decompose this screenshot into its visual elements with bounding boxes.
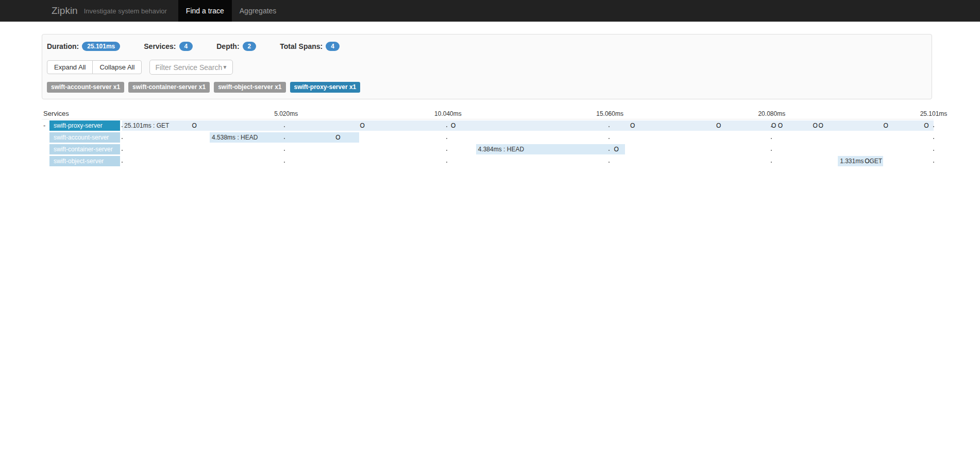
tick-dot	[771, 162, 772, 163]
row-timeline: 4.384ms : HEADO	[122, 144, 934, 154]
annotation-marker: O	[924, 123, 928, 129]
tick-label: 10.040ms	[434, 110, 462, 117]
tick-label: 25.101ms	[920, 110, 948, 117]
annotation-marker: O	[360, 123, 365, 129]
stat-badge: 4	[326, 42, 340, 51]
service-name-label[interactable]: swift-object-server	[49, 156, 120, 166]
filter-service-search-select[interactable]: Filter Service Search ▼	[149, 60, 233, 75]
tick-dot	[609, 138, 610, 139]
tab-aggregates[interactable]: Aggregates	[232, 0, 284, 22]
trace-summary-panel: Duration:25.101msServices:4Depth:2Total …	[42, 34, 932, 99]
span-duration-label: 4.538ms : HEAD	[210, 134, 258, 141]
tick-dot	[933, 162, 934, 163]
annotation-marker: O	[614, 146, 619, 152]
tick-dot	[284, 150, 285, 151]
stat-badge: 4	[179, 42, 193, 51]
annotation-marker: O	[818, 123, 823, 129]
span-duration-label: 25.101ms : GET	[122, 122, 169, 129]
trace-row: swift-object-server1.331msOGET	[42, 155, 934, 167]
navbar: Zipkin Investigate system behavior Find …	[0, 0, 980, 22]
stat-label: Total Spans:	[280, 42, 323, 50]
service-tag[interactable]: swift-container-server x1	[128, 82, 210, 93]
tick-dot	[122, 138, 123, 139]
brand-logo[interactable]: Zipkin	[52, 5, 78, 16]
tick-label: 15.060ms	[596, 110, 623, 117]
tick-dot	[284, 126, 285, 127]
span-method-label: GET	[870, 158, 883, 165]
stat-badge: 2	[243, 42, 257, 51]
collapse-all-button[interactable]: Collapse All	[92, 60, 142, 74]
brand-area: Zipkin Investigate system behavior	[0, 0, 167, 22]
row-timeline: 25.101ms : GETOOOOOOOOOOO	[122, 120, 934, 131]
annotation-marker: O	[883, 123, 888, 129]
service-tag[interactable]: swift-account-server x1	[47, 82, 124, 93]
summary-stats: Duration:25.101msServices:4Depth:2Total …	[47, 42, 926, 51]
caret-down-icon: ▼	[222, 64, 227, 70]
span-bar[interactable]: 4.384ms : HEAD	[476, 144, 626, 154]
service-name-label[interactable]: swift-account-server	[49, 132, 120, 143]
annotation-marker: O	[716, 123, 721, 129]
tick-dot	[609, 126, 610, 127]
tick-dot	[446, 162, 447, 163]
annotation-marker: O	[778, 123, 783, 129]
expand-all-button[interactable]: Expand All	[47, 60, 93, 74]
brand-tagline: Investigate system behavior	[84, 7, 167, 15]
tick-dot	[609, 150, 610, 151]
tick-dot	[933, 138, 934, 139]
trace-controls: Expand All Collapse All Filter Service S…	[47, 60, 926, 75]
summary-stat: Duration:25.101ms	[47, 42, 120, 51]
services-column-header: Services	[42, 110, 122, 118]
tick-dot	[771, 150, 772, 151]
trace-row: swift-account-server4.538ms : HEADO	[42, 131, 934, 143]
annotation-marker: O	[335, 134, 340, 141]
annotation-marker: O	[771, 123, 776, 129]
expand-collapse-group: Expand All Collapse All	[47, 60, 142, 74]
tick-dot	[933, 126, 934, 127]
trace-row: swift-container-server4.384ms : HEADO	[42, 143, 934, 155]
tick-dot	[122, 150, 123, 151]
tick-label: 20.080ms	[758, 110, 785, 117]
row-timeline: 1.331msOGET	[122, 156, 934, 166]
service-name-label[interactable]: swift-container-server	[49, 144, 120, 154]
trace-timeline: Services 5.020ms10.040ms15.060ms20.080ms…	[42, 110, 934, 167]
annotation-marker: O	[630, 123, 635, 129]
tab-find-a-trace[interactable]: Find a trace	[178, 0, 232, 22]
expander-toggle[interactable]: -	[42, 121, 49, 129]
annotation-marker: O	[813, 123, 817, 129]
tick-dot	[609, 162, 610, 163]
tick-label: 5.020ms	[274, 110, 298, 117]
summary-stat: Services:4	[144, 42, 193, 51]
service-name-label[interactable]: swift-proxy-server	[49, 120, 120, 131]
trace-row: -swift-proxy-server25.101ms : GETOOOOOOO…	[42, 119, 934, 131]
tick-dot	[771, 138, 772, 139]
tick-dot	[284, 138, 285, 139]
timeline-header-ticks: 5.020ms10.040ms15.060ms20.080ms25.101ms	[124, 110, 934, 118]
timeline-header: Services 5.020ms10.040ms15.060ms20.080ms…	[42, 110, 934, 119]
stat-badge: 25.101ms	[82, 42, 120, 51]
trace-rows: -swift-proxy-server25.101ms : GETOOOOOOO…	[42, 119, 934, 167]
span-bar[interactable]: 1.331msOGET	[838, 156, 883, 166]
tick-dot	[122, 126, 123, 127]
tick-dot	[122, 162, 123, 163]
tick-dot	[446, 150, 447, 151]
span-duration-label: 4.384ms : HEAD	[476, 146, 524, 153]
span-bar[interactable]: 25.101ms : GET	[122, 120, 934, 131]
stat-label: Duration:	[47, 42, 79, 50]
service-tag[interactable]: swift-proxy-server x1	[290, 82, 361, 93]
tick-dot	[284, 162, 285, 163]
tick-dot	[933, 150, 934, 151]
stat-label: Services:	[144, 42, 176, 50]
annotation-marker: O	[192, 123, 197, 129]
tick-dot	[446, 138, 447, 139]
row-timeline: 4.538ms : HEADO	[122, 132, 934, 143]
summary-stat: Total Spans:4	[280, 42, 340, 51]
stat-label: Depth:	[216, 42, 239, 50]
tick-dot	[446, 126, 447, 127]
annotation-marker: O	[451, 123, 455, 129]
annotation-marker: O	[865, 158, 869, 164]
filter-service-search-placeholder: Filter Service Search	[155, 63, 222, 72]
span-duration-label: 1.331ms	[838, 158, 864, 165]
service-tag[interactable]: swift-object-server x1	[214, 82, 285, 93]
summary-stat: Depth:2	[216, 42, 256, 51]
service-tag-list: swift-account-server x1swift-container-s…	[47, 82, 926, 93]
